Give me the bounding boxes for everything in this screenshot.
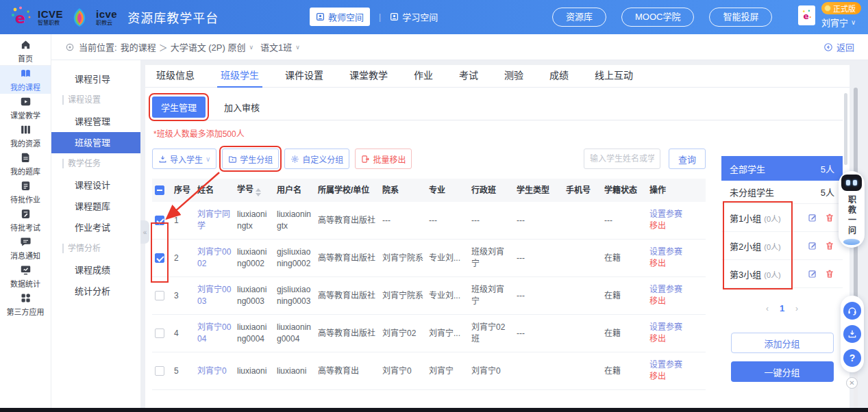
breadcrumb-course[interactable]: 大学语文 (2P) 原创: [171, 40, 246, 53]
row-checkbox[interactable]: [155, 253, 164, 263]
column-header: 序号: [171, 179, 195, 202]
close-floating-bar-button[interactable]: ✕: [846, 377, 858, 389]
tab-6[interactable]: 考试: [459, 65, 478, 87]
query-button[interactable]: 查询: [669, 149, 706, 169]
student-name-link[interactable]: 刘宵宁0003: [197, 284, 232, 307]
row-checkbox[interactable]: [155, 366, 164, 376]
sort-icon[interactable]: [256, 188, 261, 196]
user-box[interactable]: e 正式版 刘宵宁∨: [798, 2, 861, 29]
sidebar-item-classroom[interactable]: 课堂教学: [0, 94, 51, 122]
set-contest-link[interactable]: 设置参赛: [649, 284, 703, 296]
select-all-checkbox[interactable]: [155, 185, 164, 195]
submenu-collapse-button[interactable]: «: [140, 220, 149, 244]
resource-library-button[interactable]: 资源库: [552, 8, 606, 27]
tab-8[interactable]: 成绩: [549, 65, 569, 87]
learning-space-button[interactable]: 学习空间: [390, 10, 438, 23]
teacher-space-button[interactable]: 教师空间: [310, 8, 370, 26]
gear-icon: [290, 155, 299, 164]
sidebar-item-home[interactable]: 首页: [0, 38, 51, 66]
student-name-link[interactable]: 刘宵宁0: [197, 365, 232, 377]
customer-service-button[interactable]: [843, 302, 861, 320]
trash-icon[interactable]: [825, 269, 834, 279]
back-button[interactable]: 返回: [823, 40, 854, 53]
import-students-button[interactable]: 导入学生 ∨: [152, 149, 216, 169]
card-scrollbar-thumb[interactable]: [844, 93, 847, 165]
edit-icon[interactable]: [808, 269, 817, 279]
student-name-link[interactable]: 刘宵宁0004: [197, 322, 232, 345]
custom-group-button[interactable]: 自定义分组: [284, 149, 349, 169]
course-submenu: 课程引导课程设置课程管理班级管理教学任务课程设计课程题库作业考试学情分析课程成绩…: [51, 60, 140, 409]
row-checkbox[interactable]: [155, 216, 164, 225]
student-name-link[interactable]: 刘宵宁0002: [197, 246, 232, 270]
row-checkbox[interactable]: [155, 329, 164, 338]
mooc-college-button[interactable]: MOOC学院: [621, 8, 694, 27]
breadcrumb-class[interactable]: 语文1班: [260, 40, 292, 53]
trash-icon[interactable]: [825, 241, 834, 250]
submenu-item[interactable]: 课程引导: [51, 68, 140, 90]
group-row[interactable]: 第2小组(0人): [721, 232, 843, 260]
download-center-button[interactable]: [843, 325, 861, 343]
student-search-input[interactable]: [584, 149, 660, 169]
group-row[interactable]: 第1小组(0人): [721, 204, 843, 232]
group-filter-all[interactable]: 全部学生 5人: [721, 156, 843, 181]
sidebar-item-exam[interactable]: 待批考试: [0, 206, 51, 234]
trash-icon[interactable]: [825, 213, 834, 222]
submenu-item[interactable]: 课程管理: [51, 111, 140, 132]
cell-student-type: ---: [514, 202, 563, 240]
sidebar-item-homework[interactable]: 待批作业: [0, 178, 51, 206]
smart-screen-button[interactable]: 智能投屏: [709, 8, 772, 27]
remove-link[interactable]: 移出: [649, 296, 703, 307]
group-students-button[interactable]: 学生分组: [222, 149, 279, 169]
submenu-item[interactable]: 课程成绩: [51, 259, 140, 281]
subtab-join-review[interactable]: 加入审核: [224, 101, 260, 114]
help-button[interactable]: ?: [843, 349, 861, 367]
assistant-widget[interactable]: 职教一问: [839, 171, 865, 248]
submenu-item[interactable]: 课程设计: [51, 175, 140, 196]
tab-4[interactable]: 课堂教学: [349, 65, 388, 87]
sidebar-item-apps[interactable]: 第三方应用: [0, 290, 51, 318]
sidebar-item-question-bank[interactable]: 我的题库: [0, 150, 51, 178]
page-number[interactable]: 1: [780, 303, 784, 313]
remove-link[interactable]: 移出: [649, 258, 703, 270]
row-checkbox[interactable]: [155, 291, 164, 300]
tab-2[interactable]: 班级学生: [221, 65, 259, 87]
chevron-down-icon: ∨: [851, 18, 856, 26]
set-contest-link[interactable]: 设置参赛: [649, 322, 703, 333]
submenu-item[interactable]: 作业考试: [51, 217, 140, 238]
cell-index: 3: [171, 277, 195, 315]
sidebar-item-message[interactable]: 消息通知: [0, 234, 51, 262]
sidebar-item-courses[interactable]: 我的课程: [0, 66, 51, 94]
cell-major: 刘宵宁...: [426, 315, 469, 352]
add-group-button[interactable]: 添加分组: [731, 333, 834, 353]
chevron-right-icon[interactable]: ›: [795, 304, 798, 313]
group-filter-ungrouped[interactable]: 未分组学生 5人: [721, 181, 843, 204]
submenu-item[interactable]: 课程题库: [51, 196, 140, 217]
tab-5[interactable]: 作业: [414, 65, 433, 87]
subtab-student-management[interactable]: 学生管理: [152, 96, 206, 118]
batch-remove-button[interactable]: 批量移出: [355, 149, 412, 169]
breadcrumb-my-courses[interactable]: 我的课程: [121, 40, 156, 53]
auto-group-button[interactable]: 一键分组: [731, 361, 834, 382]
tab-7[interactable]: 测验: [504, 65, 523, 87]
set-contest-link[interactable]: 设置参赛: [649, 359, 703, 371]
tab-1[interactable]: 班级信息: [156, 65, 195, 87]
edit-icon[interactable]: [808, 241, 817, 250]
set-contest-link[interactable]: 设置参赛: [649, 246, 703, 258]
chevron-left-icon[interactable]: ‹: [766, 304, 769, 313]
submenu-item[interactable]: 班级管理: [51, 132, 140, 153]
remove-link[interactable]: 移出: [649, 333, 703, 345]
edit-icon[interactable]: [808, 213, 817, 222]
set-contest-link[interactable]: 设置参赛: [649, 209, 703, 220]
username[interactable]: 刘宵宁∨: [821, 16, 856, 29]
tab-9[interactable]: 线上互动: [595, 65, 633, 87]
group-row[interactable]: 第3小组(0人): [721, 260, 843, 288]
remove-link[interactable]: 移出: [649, 220, 703, 232]
cell-student-type: ---: [514, 277, 563, 315]
tab-3[interactable]: 课件设置: [285, 65, 323, 87]
submenu-item[interactable]: 统计分析: [51, 281, 140, 302]
remove-link[interactable]: 移出: [649, 371, 703, 383]
sidebar-item-resources[interactable]: 我的资源: [0, 122, 51, 150]
student-name-link[interactable]: 刘宵宁同学: [197, 209, 232, 232]
classroom-icon: [20, 96, 32, 107]
sidebar-item-stats[interactable]: 数据统计: [0, 262, 51, 290]
